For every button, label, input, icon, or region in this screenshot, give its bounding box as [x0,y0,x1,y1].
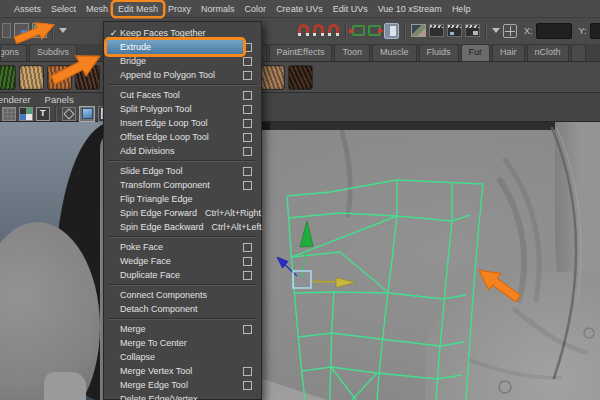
menu-item-body-poke-face[interactable]: Poke Face [107,240,243,254]
menu-item-body-cut-faces-tool[interactable]: Cut Faces Tool [107,88,243,102]
option-box[interactable] [243,257,252,266]
fur-preset-grass-thumbnail[interactable] [0,65,16,90]
option-box[interactable] [243,43,252,52]
toolbox-partial-icon[interactable] [2,22,11,39]
viewport[interactable] [0,122,600,400]
menu-item-merge-vertex-tool[interactable]: Merge Vertex Tool [104,364,261,378]
menu-item-flip-triangle-edge[interactable]: Flip Triangle Edge [104,192,261,206]
coord-entry-chevron-icon[interactable] [492,22,500,39]
menu-item-slide-edge-tool[interactable]: Slide Edge Tool [104,164,261,178]
menu-item-body-transform-component[interactable]: Transform Component [107,178,243,192]
menu-item-body-merge-edge-tool[interactable]: Merge Edge Tool [107,378,243,392]
option-box[interactable] [243,271,252,280]
menu-item-offset-edge-loop-tool[interactable]: Offset Edge Loop Tool [104,130,261,144]
menu-item-body-connect-components[interactable]: Connect Components [107,288,243,302]
construction-history-icon[interactable] [384,22,399,39]
menu-item-detach-component[interactable]: Detach Component [104,302,261,316]
render-settings-icon[interactable] [465,22,480,39]
shelf-tab-ncloth[interactable]: nCloth [527,44,569,61]
fur-preset-orange-thumbnail[interactable] [47,65,72,90]
menu-item-merge-to-center[interactable]: Merge To Center [104,336,261,350]
panel-menu-renderer[interactable]: Renderer [0,94,36,105]
menu-item-body-extrude[interactable]: Extrude [107,40,243,54]
menubar-item-vue-10-xstream[interactable]: Vue 10 xStream [373,2,447,16]
menu-item-body-insert-edge-loop-tool[interactable]: Insert Edge Loop Tool [107,116,243,130]
menu-item-spin-edge-forward[interactable]: Spin Edge ForwardCtrl+Alt+Right [104,206,261,220]
menu-item-collapse[interactable]: Collapse [104,350,261,364]
ipr-render-icon[interactable] [447,22,462,39]
menubar-item-edit-uvs[interactable]: Edit UVs [328,2,373,16]
snap-to-view-planes-icon[interactable] [313,22,325,39]
option-box[interactable] [243,325,252,334]
menu-item-body-slide-edge-tool[interactable]: Slide Edge Tool [107,164,243,178]
menu-item-split-polygon-tool[interactable]: Split Polygon Tool [104,102,261,116]
menu-item-body-detach-component[interactable]: Detach Component [107,302,243,316]
shelf-tab-fur[interactable]: Fur [461,44,491,61]
shelf-tab-muscle[interactable]: Muscle [372,44,417,61]
menubar-item-create-uvs[interactable]: Create UVs [271,2,328,16]
option-box[interactable] [243,119,252,128]
menu-item-insert-edge-loop-tool[interactable]: Insert Edge Loop Tool [104,116,261,130]
option-box[interactable] [243,91,252,100]
fur-preset-tan-thumbnail[interactable] [19,65,44,90]
shelf-tab-toon[interactable]: Toon [334,44,370,61]
menu-item-extrude[interactable]: Extrude [104,40,261,54]
coord-target-icon[interactable] [503,22,517,39]
menubar-item-proxy[interactable]: Proxy [163,2,196,16]
option-box[interactable] [243,57,252,66]
coord-y-input[interactable] [590,23,600,39]
menu-item-body-duplicate-face[interactable]: Duplicate Face [107,268,243,282]
menu-item-body-spin-edge-forward[interactable]: Spin Edge ForwardCtrl+Alt+Right [107,206,261,220]
render-current-frame-icon[interactable] [429,22,444,39]
fur-preset-darkbrown-thumbnail[interactable] [75,65,100,90]
shelf-tab-fluids[interactable]: Fluids [419,44,459,61]
menubar-item-edit-mesh[interactable]: Edit Mesh [113,2,163,16]
snap-to-surfaces-icon[interactable] [328,22,340,39]
manip-y-arrow[interactable] [300,221,313,247]
menu-item-duplicate-face[interactable]: Duplicate Face [104,268,261,282]
snap-to-points-icon[interactable] [298,22,310,39]
option-box[interactable] [243,381,252,390]
shelf-tab-edge[interactable] [571,44,586,61]
manip-x-arrow[interactable] [336,278,356,288]
shaded-mode-icon[interactable] [79,105,95,122]
menubar-item-assets[interactable]: Assets [9,2,46,16]
hud-text-icon[interactable] [36,105,50,122]
menubar-item-select[interactable]: Select [46,2,81,16]
menu-item-add-divisions[interactable]: Add Divisions [104,144,261,158]
menu-item-transform-component[interactable]: Transform Component [104,178,261,192]
menu-item-body-offset-edge-loop-tool[interactable]: Offset Edge Loop Tool [107,130,243,144]
menu-item-body-append-to-polygon-tool[interactable]: Append to Polygon Tool [107,68,243,82]
menubar-item-mesh[interactable]: Mesh [81,2,113,16]
select-by-hierarchy-icon[interactable] [14,22,29,39]
select-by-component-icon[interactable] [32,22,47,39]
shelf-tab-subdivs[interactable]: Subdivs [29,44,77,61]
menu-item-wedge-face[interactable]: Wedge Face [104,254,261,268]
input-connections-icon[interactable] [352,22,365,39]
output-connections-icon[interactable] [368,22,381,39]
menubar-item-help[interactable]: Help [447,2,476,16]
shelf-tab-painteffects[interactable]: PaintEffects [269,44,333,61]
menubar-item-normals[interactable]: Normals [196,2,240,16]
menu-item-body-add-divisions[interactable]: Add Divisions [107,144,243,158]
option-box[interactable] [243,133,252,142]
menu-item-body-wedge-face[interactable]: Wedge Face [107,254,243,268]
menu-item-body-collapse[interactable]: Collapse [107,350,243,364]
menu-item-body-keep-faces-together[interactable]: ✓Keep Faces Together [107,26,243,40]
option-box[interactable] [243,367,252,376]
menu-item-delete-edge-vertex[interactable]: Delete Edge/Vertex [104,392,261,400]
shelf-tab-hair[interactable]: Hair [492,44,525,61]
menu-item-merge[interactable]: Merge [104,322,261,336]
menu-item-body-split-polygon-tool[interactable]: Split Polygon Tool [107,102,243,116]
option-box[interactable] [243,71,252,80]
grid-toggle-icon[interactable] [2,105,16,122]
coord-x-input[interactable] [536,23,572,39]
option-box[interactable] [243,167,252,176]
manip-center-handle[interactable] [293,271,311,288]
menu-item-cut-faces-tool[interactable]: Cut Faces Tool [104,88,261,102]
menu-item-body-merge[interactable]: Merge [107,322,243,336]
menu-item-append-to-polygon-tool[interactable]: Append to Polygon Tool [104,68,261,82]
option-box[interactable] [243,105,252,114]
selection-mask-chevron-icon[interactable] [59,22,67,39]
menubar-item-color[interactable]: Color [240,2,272,16]
